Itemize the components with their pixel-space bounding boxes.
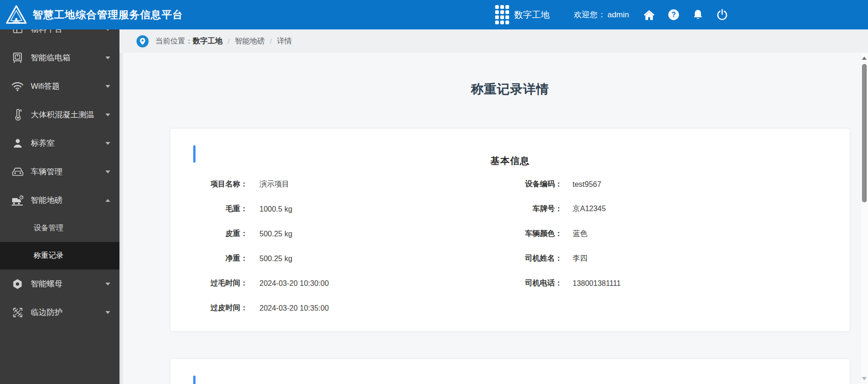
breadcrumb-separator: / <box>228 37 230 45</box>
power-box-icon <box>11 51 24 64</box>
field-column-right: 设备编码： test9567 车牌号： 京A12345 车辆颜色： 蓝色 司机姓… <box>510 172 850 296</box>
section-title-basic-info: 基本信息 <box>170 152 850 170</box>
field-row-device-code: 设备编码： test9567 <box>510 172 850 197</box>
field-row-driver-phone: 司机电话： 138001381111 <box>510 271 850 296</box>
power-icon[interactable] <box>716 9 728 21</box>
sidebar-subitem-device-management[interactable]: 设备管理 <box>0 214 119 242</box>
sidebar-item-label: 车辆管理 <box>31 166 105 177</box>
breadcrumb-item-root[interactable]: 数字工地 <box>193 36 223 46</box>
sidebar-subitem-weighing-records[interactable]: 称重记录 <box>0 242 119 270</box>
sidebar-shadow <box>119 53 124 384</box>
field-row-tare-time: 过皮时间： 2024-03-20 10:35:00 <box>170 296 510 320</box>
field-row-plate-number: 车牌号： 京A12345 <box>510 197 850 221</box>
field-row-gross-time: 过毛时间： 2024-03-20 10:30:00 <box>170 271 510 296</box>
field-row-net-weight: 净重： 500.25 kg <box>170 246 510 271</box>
field-label: 设备编码： <box>510 179 562 189</box>
welcome-text: 欢迎您： <box>574 9 606 20</box>
field-label: 皮重： <box>170 229 248 239</box>
apps-launcher[interactable]: 数字工地 <box>495 5 550 24</box>
breadcrumb-separator: / <box>270 37 272 45</box>
field-label: 司机姓名： <box>510 254 562 263</box>
main-content: 称重记录详情 基本信息 项目名称： 演示项目 毛重： 1000.5 kg 皮重： <box>119 53 868 384</box>
bell-icon[interactable] <box>692 9 704 21</box>
thermometer-icon <box>11 108 24 121</box>
username: admin <box>608 10 629 20</box>
sidebar-item-label: 物料平台 <box>31 29 105 35</box>
field-label: 项目名称： <box>170 179 248 189</box>
page-title: 称重记录详情 <box>170 81 850 98</box>
breadcrumb-item-weighbridge[interactable]: 智能地磅 <box>235 36 265 46</box>
location-pin-icon <box>136 35 149 48</box>
field-label: 车辆颜色： <box>510 229 562 239</box>
platform-logo-icon <box>6 5 27 25</box>
sidebar-menu: 物料平台 智能临电箱 <box>0 29 119 327</box>
sidebar-subitem-label: 称重记录 <box>34 251 63 261</box>
app-window: 智慧工地综合管理服务信息平台 数字工地 欢迎您： admin ? <box>0 0 868 384</box>
sidebar-item-smart-weighbridge[interactable]: 智能地磅 <box>0 186 119 214</box>
breadcrumb-bar: 当前位置： 数字工地 / 智能地磅 / 详情 <box>119 29 868 53</box>
chevron-down-icon <box>105 29 110 31</box>
sidebar-item-smart-power-box[interactable]: 智能临电箱 <box>0 43 119 72</box>
sidebar-subitem-label: 设备管理 <box>34 223 63 233</box>
sidebar-item-smart-nut[interactable]: 智能螺母 <box>0 270 119 298</box>
chevron-down-icon <box>105 142 110 145</box>
field-value: 2024-03-20 10:30:00 <box>259 279 329 288</box>
field-value: 500.25 kg <box>259 255 292 263</box>
field-label: 司机电话： <box>510 278 562 288</box>
field-label: 车牌号： <box>510 204 562 214</box>
chevron-down-icon <box>105 283 110 285</box>
field-label: 过毛时间： <box>170 278 248 288</box>
scrollbar-up-arrow-icon[interactable] <box>862 57 867 60</box>
field-value: 李四 <box>573 254 588 263</box>
help-icon[interactable]: ? <box>667 9 679 21</box>
field-label: 净重： <box>170 254 248 263</box>
chevron-down-icon <box>105 57 110 59</box>
sidebar: 物料平台 智能临电箱 <box>0 29 119 384</box>
sidebar-item-vehicle-management[interactable]: 车辆管理 <box>0 157 119 186</box>
chevron-down-icon <box>105 114 110 116</box>
field-label: 过皮时间： <box>170 303 248 313</box>
apps-grid-icon <box>495 5 509 24</box>
sidebar-item-material-platform[interactable]: 物料平台 <box>0 29 119 43</box>
scrollbar <box>860 53 868 384</box>
sidebar-item-label: 临边防护 <box>31 307 105 318</box>
sidebar-item-curing-room[interactable]: 标养室 <box>0 129 119 157</box>
field-row-project-name: 项目名称： 演示项目 <box>170 172 510 197</box>
sidebar-item-concrete-temperature[interactable]: 大体积混凝土测温 <box>0 100 119 129</box>
sidebar-item-label: 大体积混凝土测温 <box>31 109 105 120</box>
field-column-left: 项目名称： 演示项目 毛重： 1000.5 kg 皮重： 500.25 kg 净… <box>170 172 510 320</box>
field-value: 2024-03-20 10:35:00 <box>259 304 329 313</box>
sidebar-item-label: 智能临电箱 <box>31 52 105 63</box>
field-value: 500.25 kg <box>259 230 292 238</box>
brand: 智慧工地综合管理服务信息平台 <box>0 5 183 25</box>
top-header-bar: 智慧工地综合管理服务信息平台 数字工地 欢迎您： admin ? <box>0 0 868 29</box>
sidebar-item-wifi-quiz[interactable]: Wifi答题 <box>0 72 119 100</box>
sidebar-item-label: 智能螺母 <box>31 278 105 289</box>
fence-icon <box>11 306 24 319</box>
scrollbar-down-arrow-icon[interactable] <box>862 377 867 380</box>
field-row-driver-name: 司机姓名： 李四 <box>510 246 850 271</box>
scrollbar-thumb[interactable] <box>862 64 867 202</box>
breadcrumb-item-detail: 详情 <box>277 36 292 46</box>
field-row-vehicle-color: 车辆颜色： 蓝色 <box>510 221 850 246</box>
car-icon <box>11 165 24 178</box>
weighbridge-icon <box>11 194 24 206</box>
basic-info-card: 基本信息 项目名称： 演示项目 毛重： 1000.5 kg 皮重： 500.25… <box>170 128 850 332</box>
header-right-cluster: 数字工地 欢迎您： admin ? <box>495 0 728 29</box>
field-row-gross-weight: 毛重： 1000.5 kg <box>170 197 510 221</box>
sidebar-item-label: Wifi答题 <box>31 81 105 92</box>
wifi-icon <box>11 80 24 92</box>
chevron-down-icon <box>105 85 110 88</box>
breadcrumb-prefix: 当前位置： <box>155 36 193 46</box>
material-platform-icon <box>11 29 24 36</box>
field-value: 演示项目 <box>259 179 289 189</box>
field-row-tare-weight: 皮重： 500.25 kg <box>170 221 510 246</box>
sidebar-item-edge-protection[interactable]: 临边防护 <box>0 298 119 327</box>
home-icon[interactable] <box>643 9 655 21</box>
person-icon <box>11 137 24 149</box>
chevron-down-icon <box>105 311 110 314</box>
field-value: test9567 <box>573 180 601 189</box>
field-value: 1000.5 kg <box>259 205 292 213</box>
field-label: 毛重： <box>170 204 248 214</box>
attachment-card: 附件 <box>170 358 850 384</box>
